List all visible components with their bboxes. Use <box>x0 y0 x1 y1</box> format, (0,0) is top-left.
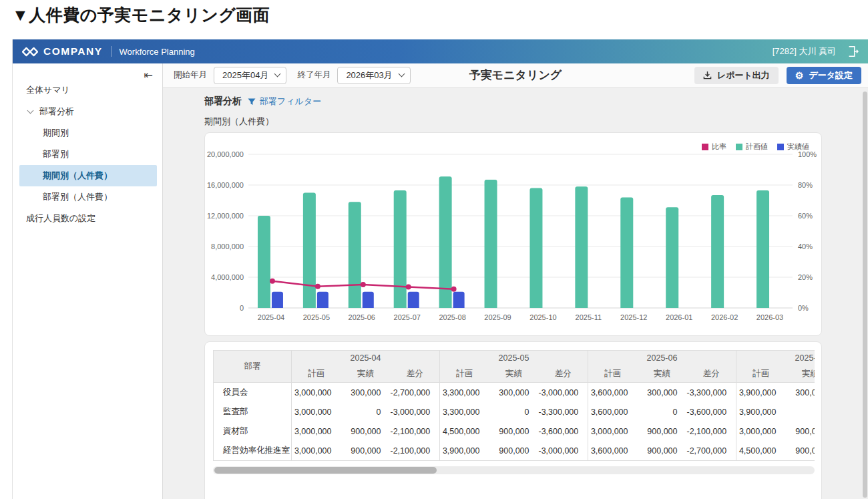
value-cell: -3,600,000 <box>539 422 588 441</box>
value-cell: -3,300,000 <box>687 383 736 403</box>
table-header-sub: 計画 <box>588 365 638 383</box>
sidebar-item[interactable]: 期間別（人件費） <box>19 165 157 186</box>
plan-bar <box>756 190 769 308</box>
department-filter-link[interactable]: 部署フィルター <box>248 96 321 108</box>
table-header-sub: 実績 <box>341 365 391 383</box>
horizontal-scrollbar-track[interactable] <box>213 466 815 474</box>
horizontal-scrollbar-thumb[interactable] <box>214 467 437 474</box>
collapse-sidebar-icon[interactable]: ⇤ <box>144 69 153 81</box>
app-body: ⇤ 全体サマリ部署分析期間別部署別期間別（人件費）部署別（人件費）成行人員数の設… <box>13 63 868 499</box>
legend-label: 比率 <box>712 142 726 152</box>
value-cell: 3,600,000 <box>588 441 638 461</box>
value-cell: 300,000 <box>638 383 687 403</box>
report-export-button[interactable]: レポート出力 <box>694 67 779 84</box>
x-axis-tick: 2025-08 <box>439 313 465 321</box>
value-cell: -2,100,000 <box>687 422 736 441</box>
product-name: Workforce Planning <box>120 47 195 57</box>
table-header-month: 2025-06 <box>588 351 736 366</box>
x-axis-tick: 2026-01 <box>666 313 692 321</box>
value-cell: 3,000,000 <box>736 422 786 441</box>
sidebar-item[interactable]: 全体サマリ <box>13 79 162 101</box>
actual-bar <box>408 292 419 308</box>
chart-legend: 比率計画値実績値 <box>702 142 809 152</box>
sidebar-item[interactable]: 部署分析 <box>13 101 162 122</box>
right-axis-tick: 20% <box>798 273 813 281</box>
plan-bar <box>349 202 361 308</box>
chevron-down-icon <box>27 108 34 114</box>
left-axis-tick: 0 <box>240 304 244 312</box>
value-cell: 900,000 <box>786 441 815 461</box>
data-settings-button[interactable]: ⚙ データ設定 <box>787 67 861 84</box>
value-cell: 300,000 <box>786 383 815 403</box>
value-cell: 900,000 <box>489 422 539 441</box>
sidebar-item[interactable]: 部署別 <box>13 144 162 165</box>
value-cell: 3,600,000 <box>588 402 638 422</box>
left-axis-tick: 8,000,000 <box>211 242 244 251</box>
value-cell: 0 <box>341 402 391 422</box>
table-header-sub: 差分 <box>391 365 440 383</box>
plan-bar <box>258 216 270 308</box>
sidebar-item[interactable]: 期間別 <box>13 122 162 144</box>
x-axis-tick: 2026-02 <box>711 313 738 321</box>
plan-bar <box>666 207 678 308</box>
app-window: COMPANY Workforce Planning [7282] 大川 真司 … <box>12 39 868 499</box>
sidebar-item[interactable]: 成行人員数の設定 <box>13 208 162 229</box>
plan-bar <box>394 190 407 308</box>
legend-label: 計画値 <box>746 142 768 152</box>
logout-icon[interactable] <box>847 45 859 57</box>
end-month-value: 2026年03月 <box>346 69 392 81</box>
value-cell: 0 <box>638 402 687 422</box>
table-row: 監査部3,000,0000-3,000,0003,300,0000-3,300,… <box>214 402 815 422</box>
sidebar-item-label: 部署別（人件費） <box>43 191 112 203</box>
value-cell: -3,000,000 <box>391 402 440 422</box>
brand-name: COMPANY <box>43 45 103 57</box>
table-header-month: 2025-05 <box>440 351 588 366</box>
x-axis-tick: 2026-03 <box>756 313 783 321</box>
legend-swatch <box>702 144 708 150</box>
table-viewport: 部署2025-042025-052025-062025-07計画実績差分計画実績… <box>213 350 815 461</box>
table-header-sub: 計画 <box>736 365 786 383</box>
data-settings-label: データ設定 <box>809 69 853 81</box>
table-row: 資材部3,000,000900,000-2,100,0004,500,00090… <box>214 422 815 441</box>
start-month-value: 2025年04月 <box>222 69 268 81</box>
value-cell: 900,000 <box>786 422 815 441</box>
left-axis-tick: 20,000,000 <box>207 150 244 158</box>
table-header-sub: 実績 <box>786 365 815 383</box>
table-header-sub: 計画 <box>292 365 341 383</box>
value-cell: 3,900,000 <box>440 441 489 461</box>
table-header-sub: 計画 <box>440 365 489 383</box>
dept-cell: 役員会 <box>214 383 292 403</box>
plan-bar <box>485 180 497 308</box>
x-axis-tick: 2025-10 <box>529 313 556 321</box>
chevron-down-icon <box>398 71 405 77</box>
plan-bar <box>529 188 542 308</box>
sidebar-item-label: 期間別（人件費） <box>43 170 112 182</box>
header-divider <box>111 46 112 57</box>
table-header-dept: 部署 <box>214 351 292 383</box>
vertical-scrollbar-thumb[interactable] <box>863 92 867 498</box>
value-cell: 900,000 <box>489 441 539 461</box>
ratio-point <box>270 279 275 284</box>
sidebar-item-label: 全体サマリ <box>26 84 70 96</box>
plan-bar <box>711 195 724 308</box>
main-area: 開始年月 2025年04月 終了年月 2026年03月 予実モニタリング <box>163 63 868 499</box>
start-month-select[interactable]: 2025年04月 <box>214 67 286 84</box>
value-cell: 900,000 <box>341 441 391 461</box>
value-cell: 4,500,000 <box>440 422 489 441</box>
user-name: [7282] 大川 真司 <box>773 45 836 57</box>
start-month-label: 開始年月 <box>174 69 207 81</box>
sidebar-item[interactable]: 部署別（人件費） <box>13 186 162 208</box>
x-axis-tick: 2025-07 <box>394 313 421 321</box>
legend-swatch <box>777 144 784 150</box>
table-header-sub: 実績 <box>489 365 539 383</box>
right-axis-tick: 60% <box>798 212 813 220</box>
legend-item: 実績値 <box>777 142 809 152</box>
table-card: 部署2025-042025-052025-062025-07計画実績差分計画実績… <box>204 341 822 499</box>
value-cell: 900,000 <box>638 441 687 461</box>
end-month-select[interactable]: 2026年03月 <box>337 67 410 84</box>
value-cell: 3,000,000 <box>292 402 341 422</box>
sidebar-nav: 全体サマリ部署分析期間別部署別期間別（人件費）部署別（人件費）成行人員数の設定 <box>13 79 162 229</box>
value-cell: -3,300,000 <box>539 402 588 422</box>
value-cell: -2,100,000 <box>391 422 440 441</box>
value-cell: -2,700,000 <box>391 383 440 403</box>
